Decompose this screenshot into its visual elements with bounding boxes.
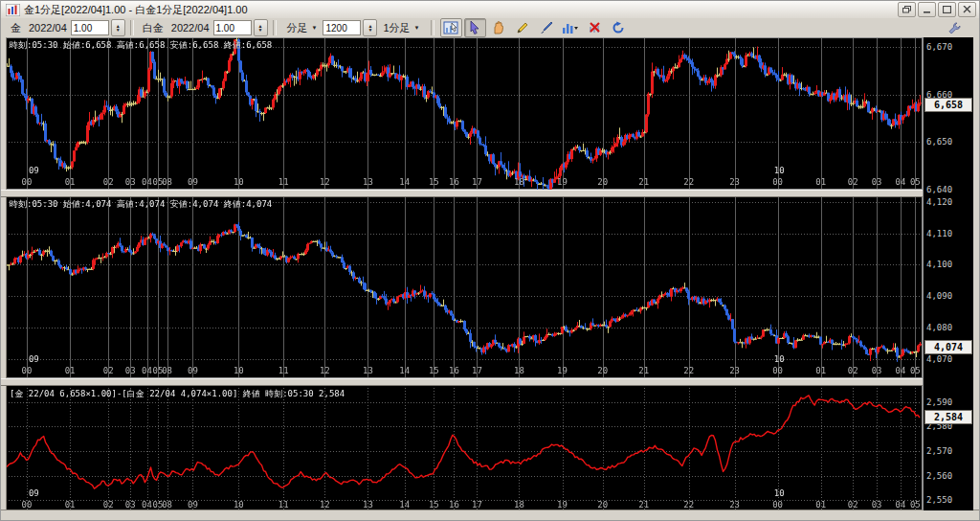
gold-candlestick-plot[interactable]: [6, 37, 923, 190]
y-axis-label: 6,640: [926, 185, 952, 194]
panel-splitter[interactable]: [1, 190, 923, 197]
x-axis-label: 13: [363, 500, 373, 510]
x-axis-label: 20: [597, 177, 608, 187]
y-axis-label: 4,080: [926, 323, 952, 332]
spread-line-plot[interactable]: [6, 385, 923, 512]
x-axis-label: 21: [638, 366, 649, 375]
platinum-candlestick-plot[interactable]: [6, 195, 923, 378]
x-axis-label: 14: [399, 177, 410, 187]
settings-wrench-button[interactable]: [944, 18, 966, 37]
x-axis-label: 08: [162, 500, 172, 510]
chart-cursor-button[interactable]: [440, 18, 462, 37]
cascade-windows-icon[interactable]: [898, 2, 916, 17]
platinum-label: 白金: [143, 21, 164, 35]
x-axis-label: 15: [429, 177, 439, 187]
chart-type-button[interactable]: [560, 18, 582, 37]
bar-count-field[interactable]: [323, 20, 361, 35]
x-axis-label: 08: [162, 177, 172, 187]
x-axis-label: 01: [65, 366, 76, 375]
x-axis-label: 12: [320, 177, 330, 187]
delete-drawings-icon: [588, 21, 602, 34]
pencil-draw-button[interactable]: [512, 18, 534, 37]
x-axis-label: 01: [815, 500, 826, 510]
x-axis-label: 03: [872, 366, 882, 375]
x-axis-label: 02: [103, 177, 114, 187]
bar-chart-icon: [562, 21, 579, 34]
x-axis-label: 01: [815, 177, 826, 187]
x-axis-label: 04: [896, 366, 906, 375]
x-axis-label: 11: [278, 177, 289, 187]
x-axis-label: 12: [320, 366, 330, 375]
settings-wrench-icon: [948, 22, 961, 34]
gold-info-line: 時刻:05:30 始値:6,658 高値:6,658 安値:6,658 終値:6…: [10, 39, 272, 51]
platinum-info-line: 時刻:05:30 始値:4,074 高値:4,074 安値:4,074 終値:4…: [10, 198, 272, 210]
x-axis-label: 18: [514, 366, 524, 375]
bar-type-dropdown[interactable]: 分足▼: [284, 20, 321, 36]
bar-count-stepper[interactable]: ▲▼: [363, 19, 377, 36]
x-axis-label: 04: [142, 177, 152, 187]
x-axis-label: 23: [729, 177, 740, 187]
x-axis-label: 00: [772, 366, 783, 375]
title-bar[interactable]: 金1分足[2022/04]1.00 - 白金1分足[2022/04]1.00: [1, 1, 979, 19]
x-axis-label: 04: [896, 500, 906, 510]
x-axis-label: 19: [557, 177, 568, 187]
select-arrow-icon: [469, 21, 480, 34]
x-axis-label: 13: [363, 177, 373, 187]
x-axis-label: 18: [514, 500, 524, 510]
x-axis-label: 21: [638, 177, 649, 187]
gold-contract-month[interactable]: 2022/04: [29, 22, 67, 34]
x-axis-label: 00: [22, 500, 33, 510]
x-axis-label: 15: [429, 366, 439, 375]
toolbar-separator: [273, 20, 277, 35]
x-axis-label: 05: [910, 366, 921, 375]
platinum-time-axis: 0001020304050809101112131415161718192021…: [6, 366, 923, 377]
x-axis-label: 02: [848, 177, 858, 187]
x-axis-label: 19: [557, 366, 568, 375]
y-axis-label: 6,650: [926, 137, 952, 147]
x-axis-label: 16: [449, 500, 459, 510]
spread-time-axis: 0001020304050809101112131415161718192021…: [6, 500, 923, 511]
x-axis-label: 10: [234, 500, 244, 510]
panel-splitter[interactable]: [1, 378, 923, 386]
y-axis-label: 4,120: [926, 197, 952, 207]
hand-pan-icon: [492, 21, 505, 34]
delete-drawings-button[interactable]: [584, 18, 606, 37]
spread-info-line: [金 22/04 6,658×1.00]-[白金 22/04 4,074×1.0…: [10, 388, 345, 399]
x-axis-label: 10: [234, 177, 244, 187]
bar-interval-label: 1分足: [383, 21, 410, 35]
y-axis-label: 2,570: [926, 446, 952, 456]
x-axis-label: 17: [472, 366, 482, 375]
x-axis-label: 09: [188, 177, 198, 187]
bar-interval-dropdown[interactable]: 1分足▼: [380, 20, 422, 36]
x-axis-label: 04: [896, 177, 906, 187]
gold-multiplier-field[interactable]: [71, 20, 109, 35]
close-icon[interactable]: [958, 2, 976, 17]
refresh-icon: [612, 21, 625, 34]
pen-draw-button[interactable]: [536, 18, 558, 37]
platinum-contract-month[interactable]: 2022/04: [171, 22, 210, 34]
x-axis-label: 17: [472, 177, 482, 187]
x-axis-label: 16: [449, 177, 459, 187]
gold-multiplier-stepper[interactable]: ▲▼: [111, 19, 125, 36]
minimize-icon[interactable]: [918, 2, 936, 17]
x-axis-label: 09: [188, 366, 198, 375]
platinum-multiplier-stepper[interactable]: ▲▼: [254, 19, 268, 36]
hand-pan-button[interactable]: [488, 18, 510, 37]
x-axis-label: 03: [125, 500, 136, 510]
x-axis-label: 02: [848, 500, 858, 510]
select-arrow-button[interactable]: [464, 18, 486, 37]
x-axis-label: 22: [683, 177, 694, 187]
x-axis-label: 04: [142, 366, 152, 375]
toolbar: 金 2022/04 ▲▼ 白金 2022/04 ▲▼ 分足▼ ▲▼ 1分足▼: [1, 18, 979, 38]
bar-type-label: 分足: [287, 21, 308, 35]
refresh-button[interactable]: [608, 18, 630, 37]
x-axis-label: 01: [65, 177, 76, 187]
y-axis-label: 4,110: [926, 229, 952, 238]
chart-cursor-icon: [443, 21, 458, 34]
x-axis-label: 00: [772, 177, 783, 187]
x-axis-label: 14: [399, 366, 410, 375]
maximize-icon[interactable]: [938, 2, 956, 17]
platinum-multiplier-field[interactable]: [213, 20, 252, 35]
last-price-badge: 2,584: [924, 410, 972, 424]
x-axis-label: 21: [638, 500, 649, 510]
